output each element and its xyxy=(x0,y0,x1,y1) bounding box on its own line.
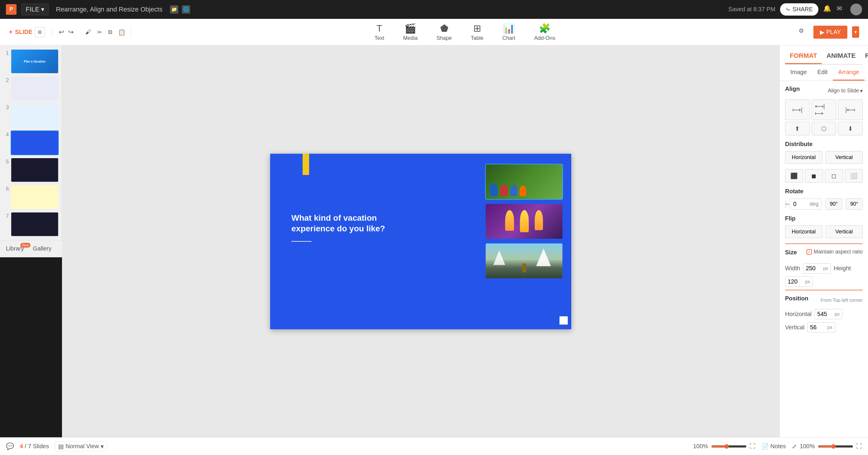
paste-tool[interactable]: 📋 xyxy=(116,27,127,37)
slide-thumb-1[interactable]: 1 Plan a Vacation xyxy=(3,49,59,74)
rotate-ccw-button[interactable]: 90° xyxy=(826,198,842,210)
rotate-dial[interactable] xyxy=(785,200,786,208)
table-tool[interactable]: ⊞ Table xyxy=(467,20,487,44)
distribute-label: Distribute xyxy=(785,141,863,148)
horiz-label: Horizontal xyxy=(785,311,812,318)
distribute-vertical-button[interactable]: Vertical xyxy=(826,151,863,164)
mail-icon[interactable]: ✉ xyxy=(837,5,846,14)
view-selector[interactable]: ▤ Normal View ▾ xyxy=(55,442,107,451)
align-buttons-grid: ⟼| ⟻|⟼ |⟻ ⬆ ⬡ ⬇ xyxy=(785,99,863,135)
gallery-tab[interactable]: Gallery xyxy=(33,245,51,253)
zoom-slider-2[interactable] xyxy=(818,444,853,449)
slide-thumb-6[interactable]: 6 xyxy=(3,185,59,209)
play-dropdown-button[interactable]: ▾ xyxy=(852,26,859,38)
horizontal-position-input[interactable] xyxy=(817,311,833,318)
slide-text-block: What kind of vacation experience do you … xyxy=(291,213,404,242)
format-tabs: FORMAT ANIMATE REVIEW xyxy=(785,48,863,65)
bring-to-front-button[interactable]: ⬛ xyxy=(785,169,803,183)
slide-thumb-7[interactable]: 7 xyxy=(3,212,59,237)
fullscreen-icon-1[interactable]: ⛶ xyxy=(750,443,755,450)
addons-tool[interactable]: 🧩 Add-Ons xyxy=(531,20,559,44)
animate-tab[interactable]: ANIMATE xyxy=(822,48,860,64)
notifications-icon[interactable]: 🔔 xyxy=(823,5,833,14)
position-label: Position xyxy=(785,295,808,302)
canvas-area[interactable]: What kind of vacation experience do you … xyxy=(62,45,779,437)
paint-format-tool[interactable]: 🖌 xyxy=(84,27,93,37)
align-right-button[interactable]: |⟻ xyxy=(838,99,863,120)
slide-label: SLIDE xyxy=(15,29,32,35)
text-tool[interactable]: T Text xyxy=(371,21,388,44)
shape-label: Shape xyxy=(436,35,452,41)
send-to-back-button[interactable]: ⬜ xyxy=(845,169,863,183)
slide-thumb-4[interactable]: 4 xyxy=(3,130,59,155)
slide-thumb-3[interactable]: 3 xyxy=(3,103,59,128)
chat-icon[interactable]: 💬 xyxy=(6,443,14,450)
edit-subtab[interactable]: Edit xyxy=(812,65,833,80)
height-input[interactable] xyxy=(788,278,804,285)
width-input[interactable] xyxy=(806,265,822,272)
slide-thumb-5[interactable]: 5 xyxy=(3,158,59,182)
image-subtab[interactable]: Image xyxy=(785,65,812,80)
text-icon: T xyxy=(376,23,382,34)
copy-tool[interactable]: ⧉ xyxy=(106,27,114,37)
play-button[interactable]: ▶ PLAY xyxy=(813,26,847,39)
zoom-percent-1: 100% xyxy=(693,443,708,450)
align-left-button[interactable]: ⟼| xyxy=(785,99,810,120)
total-slides: 7 Slides xyxy=(28,443,49,449)
deg-label: deg xyxy=(810,201,818,207)
bring-forward-button[interactable]: ◼ xyxy=(805,169,823,183)
align-top-button[interactable]: ⬆ xyxy=(785,122,810,135)
maintain-aspect-checkbox[interactable]: ✓ xyxy=(807,249,812,255)
notes-button[interactable]: 📄 Notes xyxy=(762,443,786,450)
shape-tool[interactable]: ⬟ Shape xyxy=(433,20,455,44)
flip-horizontal-button[interactable]: Horizontal xyxy=(785,225,823,238)
share-icon: ⤷ xyxy=(786,6,790,13)
arrange-subtab[interactable]: Arrange xyxy=(833,65,864,80)
play-label: PLAY xyxy=(826,29,841,35)
slide-view-button[interactable]: ⊞ xyxy=(35,27,45,37)
chart-tool[interactable]: 📊 Chart xyxy=(499,20,519,44)
review-tab[interactable]: REVIEW xyxy=(860,48,868,64)
vertical-position-input[interactable] xyxy=(810,324,826,331)
layer-buttons: ⬛ ◼ ◻ ⬜ xyxy=(785,169,863,183)
folder-icon[interactable]: 📁 xyxy=(170,5,178,13)
top-bar: P FILE ▾ Rearrange, Align and Resize Obj… xyxy=(0,0,868,19)
slide-thumb-2[interactable]: 2 xyxy=(3,76,59,101)
text-label: Text xyxy=(374,35,384,41)
redo-button[interactable]: ↪ xyxy=(67,27,75,37)
cut-tool[interactable]: ✂ xyxy=(95,27,104,37)
align-center-h-button[interactable]: ⟻|⟼ xyxy=(812,99,836,120)
zoom-slider-1[interactable] xyxy=(711,444,747,449)
settings-button[interactable]: ⚙ xyxy=(799,27,809,37)
align-to-slide-dropdown[interactable]: Align to Slide ▾ xyxy=(828,88,863,94)
fullscreen-icon-2[interactable]: ⛶ xyxy=(856,443,862,450)
rotate-cw-button[interactable]: 90° xyxy=(846,198,863,210)
view-mode-label: Normal View xyxy=(66,443,99,450)
send-backward-button[interactable]: ◻ xyxy=(825,169,843,183)
format-tab[interactable]: FORMAT xyxy=(785,48,822,64)
undo-button[interactable]: ↩ xyxy=(58,27,65,37)
chart-label: Chart xyxy=(502,35,516,41)
mountain-image[interactable] xyxy=(486,243,562,278)
slide-panel: 1 Plan a Vacation 2 3 4 xyxy=(0,45,62,240)
deity-image[interactable] xyxy=(486,204,562,239)
media-tool[interactable]: 🎬 Media xyxy=(399,20,421,44)
flip-vertical-button[interactable]: Vertical xyxy=(826,225,863,238)
distribute-horizontal-button[interactable]: Horizontal xyxy=(785,151,823,164)
share-button[interactable]: ⤷ SHARE xyxy=(780,3,818,15)
from-corner-label: From Top left corner xyxy=(820,298,863,303)
vert-px: px xyxy=(828,325,833,330)
align-bottom-button[interactable]: ⬇ xyxy=(838,122,863,135)
align-middle-v-button[interactable]: ⬡ xyxy=(812,122,836,135)
flip-label: Flip xyxy=(785,215,863,222)
cycling-image[interactable] xyxy=(486,164,562,199)
user-avatar[interactable] xyxy=(850,4,862,15)
library-tab[interactable]: Library New xyxy=(6,245,24,253)
globe-icon[interactable]: 🌐 xyxy=(182,5,190,13)
add-slide-icon[interactable]: + xyxy=(9,28,13,36)
addons-icon: 🧩 xyxy=(539,23,551,34)
width-input-wrap: px xyxy=(803,263,831,273)
rotate-controls: deg 90° 90° xyxy=(785,198,863,210)
file-menu-button[interactable]: FILE ▾ xyxy=(21,4,49,15)
rotate-value-input[interactable] xyxy=(793,201,808,207)
